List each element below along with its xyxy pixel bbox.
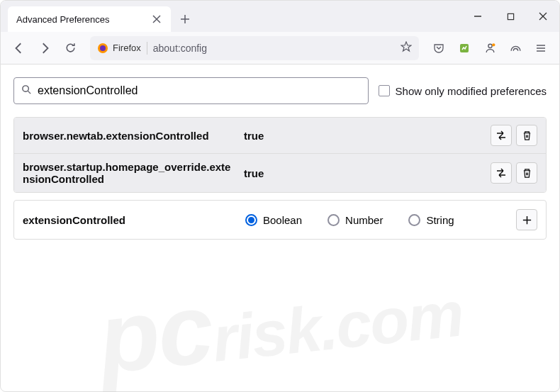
maximize-button[interactable] xyxy=(494,3,527,30)
radio-icon xyxy=(245,214,257,226)
firefox-badge: Firefox xyxy=(97,43,141,54)
window-controls xyxy=(461,1,559,32)
search-icon xyxy=(21,84,32,98)
radio-number[interactable]: Number xyxy=(327,214,383,226)
reload-button[interactable] xyxy=(59,37,82,60)
row-actions xyxy=(491,162,537,184)
search-input[interactable] xyxy=(38,84,361,97)
preference-row[interactable]: browser.startup.homepage_override.extens… xyxy=(14,153,546,192)
protections-icon[interactable] xyxy=(504,37,527,60)
search-box[interactable] xyxy=(13,77,369,104)
extension-icon[interactable] xyxy=(453,37,476,60)
svg-point-4 xyxy=(488,44,491,47)
preference-value: true xyxy=(244,167,482,179)
toggle-button[interactable] xyxy=(491,125,512,146)
titlebar: Advanced Preferences xyxy=(1,1,559,32)
delete-button[interactable] xyxy=(516,125,537,146)
radio-icon xyxy=(408,214,420,226)
browser-tab[interactable]: Advanced Preferences xyxy=(8,6,171,32)
close-tab-icon[interactable] xyxy=(151,13,162,25)
radio-icon xyxy=(327,214,340,226)
back-button[interactable] xyxy=(8,37,30,60)
search-row: Show only modified preferences xyxy=(13,77,547,104)
toggle-button[interactable] xyxy=(491,162,512,184)
forward-button[interactable] xyxy=(33,37,56,60)
radio-string[interactable]: String xyxy=(408,214,454,226)
badge-text: Firefox xyxy=(113,43,141,53)
toolbar-right xyxy=(427,37,552,60)
row-actions xyxy=(491,125,537,146)
radio-text: String xyxy=(426,214,454,226)
radio-text: Number xyxy=(345,214,383,226)
divider xyxy=(147,42,147,55)
minimize-button[interactable] xyxy=(461,3,494,30)
toolbar: Firefox about:config xyxy=(1,32,559,65)
url-text: about:config xyxy=(153,43,395,54)
new-preference-row: extensionControlled Boolean Number Strin… xyxy=(13,200,547,240)
firefox-icon xyxy=(97,43,108,54)
new-pref-name: extensionControlled xyxy=(23,214,235,226)
preference-name: browser.newtab.extensionControlled xyxy=(23,130,235,142)
preference-value: true xyxy=(244,130,482,142)
checkbox-icon xyxy=(379,85,390,96)
bookmark-star-icon[interactable] xyxy=(401,41,412,55)
account-icon[interactable] xyxy=(478,37,501,60)
addressbar[interactable]: Firefox about:config xyxy=(90,36,419,60)
svg-point-2 xyxy=(100,45,106,51)
svg-point-6 xyxy=(23,85,28,91)
preference-name: browser.startup.homepage_override.extens… xyxy=(23,161,235,185)
new-tab-button[interactable] xyxy=(175,9,195,29)
close-window-button[interactable] xyxy=(527,3,559,30)
modified-only-checkbox[interactable]: Show only modified preferences xyxy=(379,85,547,97)
menu-button[interactable] xyxy=(530,37,552,60)
page-content: Show only modified preferences browser.n… xyxy=(1,65,559,252)
delete-button[interactable] xyxy=(516,162,537,184)
pocket-icon[interactable] xyxy=(427,37,450,60)
radio-boolean[interactable]: Boolean xyxy=(245,214,302,226)
svg-point-5 xyxy=(492,43,495,46)
svg-rect-0 xyxy=(508,13,513,19)
browser-window: Advanced Preferences Firefox about:confi… xyxy=(0,0,560,392)
preference-row[interactable]: browser.newtab.extensionControlled true xyxy=(14,118,546,153)
type-options: Boolean Number String xyxy=(245,214,506,226)
checkbox-text: Show only modified preferences xyxy=(396,85,547,97)
tab-title: Advanced Preferences xyxy=(16,14,144,25)
preference-list: browser.newtab.extensionControlled true … xyxy=(13,117,547,193)
radio-text: Boolean xyxy=(263,214,302,226)
add-button[interactable] xyxy=(516,209,537,230)
